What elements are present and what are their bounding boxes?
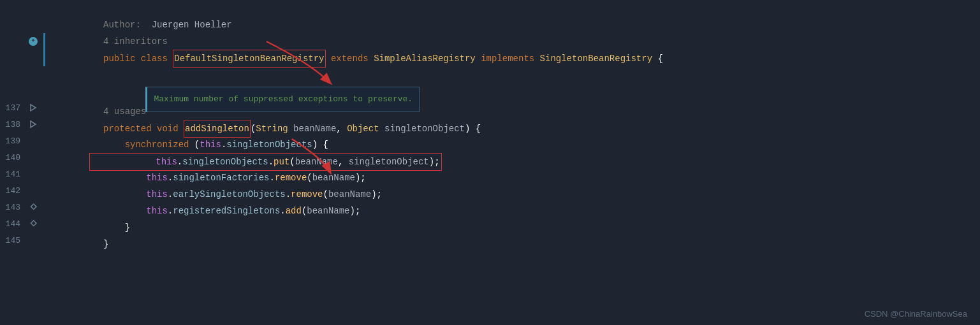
line-row <box>0 50 43 66</box>
code-line-143: } <box>50 203 980 219</box>
line-number: 144 <box>0 219 27 229</box>
code-line-141: this.earlySingletonObjects.remove(beanNa… <box>50 170 980 186</box>
line-number: 139 <box>0 136 27 146</box>
line-row: 144 <box>0 215 43 232</box>
code-line-139: this.singletonObjects.put(beanName, sing… <box>50 136 980 153</box>
code-line-137: protected void addSingleton(String beanN… <box>50 103 980 120</box>
gutter-icon-area <box>27 203 40 212</box>
line-row: 139 <box>0 133 43 149</box>
diamond-icon <box>29 203 37 212</box>
line-row: 143 <box>0 199 43 215</box>
line-row: 145 <box>0 232 43 249</box>
line-row <box>0 0 43 17</box>
line-row <box>0 17 43 33</box>
code-line-author: Author: Juergen Hoeller <box>50 0 980 17</box>
gutter-icon-area <box>27 219 40 228</box>
search-icon[interactable]: ⚬ <box>29 37 38 46</box>
diamond-icon <box>29 219 37 228</box>
line-number: 141 <box>0 170 27 179</box>
code-line-140: this.singletonFactories.remove(beanName)… <box>50 153 980 170</box>
line-row: 138 <box>0 116 43 133</box>
code-line-145 <box>50 236 980 252</box>
triangle-icon <box>29 103 37 112</box>
code-area: Author: Juergen Hoeller 4 inheritors pub… <box>43 0 980 325</box>
line-number: 137 <box>0 103 27 113</box>
svg-marker-0 <box>31 105 36 111</box>
line-number: 138 <box>0 120 27 129</box>
code-line-144: } <box>50 219 980 236</box>
svg-rect-3 <box>31 220 36 226</box>
gutter-icon-area <box>27 103 40 112</box>
left-bar <box>43 33 45 66</box>
gutter-icon-area <box>27 120 40 129</box>
line-number: 142 <box>0 186 27 196</box>
code-line-138: synchronized (this.singletonObjects) { <box>50 120 980 136</box>
watermark: CSDN @ChinaRainbowSea <box>865 309 967 319</box>
code-line-142: this.registeredSingletons.add(beanName); <box>50 186 980 203</box>
code-line-inheritors: 4 inheritors <box>50 17 980 33</box>
code-line-blank <box>50 50 980 66</box>
editor-container: ⚬ 137 138 <box>0 0 980 325</box>
line-number: 143 <box>0 203 27 212</box>
gutter-area: ⚬ 137 138 <box>0 0 43 325</box>
code-line-class-declaration: public class DefaultSingletonBeanRegistr… <box>50 33 980 50</box>
line-row <box>0 83 43 99</box>
svg-rect-2 <box>31 204 36 209</box>
line-row: ⚬ <box>0 33 43 50</box>
line-row: 137 <box>0 99 43 116</box>
triangle-icon <box>29 120 37 129</box>
line-row: 142 <box>0 182 43 199</box>
gutter-icon-area[interactable]: ⚬ <box>27 37 40 46</box>
svg-marker-1 <box>31 121 36 127</box>
line-number: 140 <box>0 153 27 162</box>
line-row <box>0 66 43 83</box>
line-number: 145 <box>0 236 27 245</box>
code-line-tooltip: Maximum number of suppressed exceptions … <box>50 66 980 87</box>
line-row: 140 <box>0 149 43 166</box>
code-line-usages: 4 usages <box>50 87 980 103</box>
line-row: 141 <box>0 166 43 182</box>
